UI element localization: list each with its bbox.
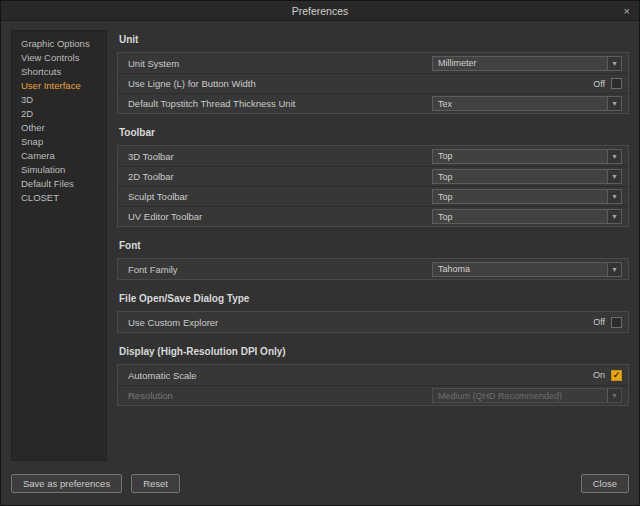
checkbox-state-label: Off: [593, 317, 605, 327]
footer-left-buttons: Save as preferences Reset: [11, 474, 180, 493]
setting-label: Use Ligne (L) for Button Width: [128, 78, 593, 89]
setting-label: Resolution: [128, 390, 432, 401]
titlebar: Preferences ×: [1, 1, 639, 21]
dropdown-default-topstitch-thread-thickness-unit[interactable]: Tex▾: [432, 96, 622, 111]
chevron-down-icon: ▾: [607, 170, 621, 183]
section-group-unit: Unit SystemMillimeter▾Use Ligne (L) for …: [117, 52, 629, 114]
setting-row-unit-system: Unit SystemMillimeter▾: [118, 53, 628, 73]
setting-label: Sculpt Toolbar: [128, 191, 432, 202]
section-group-display-high-resolution-dpi-only: Automatic ScaleOn✓ResolutionMedium (QHD …: [117, 364, 629, 406]
dropdown-3d-toolbar[interactable]: Top▾: [432, 149, 622, 164]
sidebar-item-2d[interactable]: 2D: [12, 107, 106, 121]
setting-row-automatic-scale: Automatic ScaleOn✓: [118, 365, 628, 385]
setting-label: 2D Toolbar: [128, 171, 432, 182]
setting-row-resolution: ResolutionMedium (QHD Recommended)▾: [118, 385, 628, 405]
setting-row-3d-toolbar: 3D ToolbarTop▾: [118, 146, 628, 166]
dropdown-uv-editor-toolbar[interactable]: Top▾: [432, 209, 622, 224]
section-title-unit: Unit: [119, 34, 629, 45]
dropdown-unit-system[interactable]: Millimeter▾: [432, 56, 622, 71]
sidebar-item-graphic-options[interactable]: Graphic Options: [12, 37, 106, 51]
chevron-down-icon: ▾: [607, 263, 621, 276]
dropdown-value: Top: [433, 192, 607, 202]
setting-row-use-custom-explorer: Use Custom ExplorerOff: [118, 312, 628, 332]
dropdown-value: Top: [433, 172, 607, 182]
chevron-down-icon: ▾: [607, 210, 621, 223]
section-title-font: Font: [119, 240, 629, 251]
chevron-down-icon: ▾: [607, 389, 621, 402]
setting-row-default-topstitch-thread-thickness-unit: Default Topstitch Thread Thickness UnitT…: [118, 93, 628, 113]
sidebar-item-camera[interactable]: Camera: [12, 149, 106, 163]
setting-row-uv-editor-toolbar: UV Editor ToolbarTop▾: [118, 206, 628, 226]
window-title: Preferences: [292, 5, 349, 17]
chevron-down-icon: ▾: [607, 150, 621, 163]
sidebar-item-view-controls[interactable]: View Controls: [12, 51, 106, 65]
dropdown-value: Tex: [433, 99, 607, 109]
setting-row-font-family: Font FamilyTahoma▾: [118, 259, 628, 279]
sidebar-item-snap[interactable]: Snap: [12, 135, 106, 149]
dropdown-value: Medium (QHD Recommended): [433, 391, 607, 401]
dropdown-resolution: Medium (QHD Recommended)▾: [432, 388, 622, 403]
dropdown-value: Tahoma: [433, 264, 607, 274]
section-title-toolbar: Toolbar: [119, 127, 629, 138]
sidebar-item-simulation[interactable]: Simulation: [12, 163, 106, 177]
sidebar-item-shortcuts[interactable]: Shortcuts: [12, 65, 106, 79]
setting-label: Font Family: [128, 264, 432, 275]
reset-button[interactable]: Reset: [131, 474, 180, 493]
dialog-body: Graphic OptionsView ControlsShortcutsUse…: [1, 21, 639, 461]
section-title-display-high-resolution-dpi-only: Display (High-Resolution DPI Only): [119, 346, 629, 357]
setting-label: Automatic Scale: [128, 370, 593, 381]
settings-panel: UnitUnit SystemMillimeter▾Use Ligne (L) …: [117, 30, 629, 461]
sidebar-item-user-interface[interactable]: User Interface: [12, 79, 106, 93]
dropdown-font-family[interactable]: Tahoma▾: [432, 262, 622, 277]
footer-bar: Save as preferences Reset Close: [1, 461, 639, 505]
setting-label: Default Topstitch Thread Thickness Unit: [128, 98, 432, 109]
save-as-preferences-button[interactable]: Save as preferences: [11, 474, 122, 493]
setting-label: 3D Toolbar: [128, 151, 432, 162]
checkbox-use-ligne-l-for-button-width[interactable]: [611, 78, 622, 89]
dropdown-value: Millimeter: [433, 58, 607, 68]
sidebar-item-3d[interactable]: 3D: [12, 93, 106, 107]
chevron-down-icon: ▾: [607, 57, 621, 70]
checkbox-state-label: Off: [593, 79, 605, 89]
dropdown-sculpt-toolbar[interactable]: Top▾: [432, 189, 622, 204]
category-sidebar: Graphic OptionsView ControlsShortcutsUse…: [11, 30, 107, 461]
setting-label: UV Editor Toolbar: [128, 211, 432, 222]
checkbox-state-label: On: [593, 370, 605, 380]
sidebar-item-other[interactable]: Other: [12, 121, 106, 135]
chevron-down-icon: ▾: [607, 97, 621, 110]
checkbox-automatic-scale[interactable]: ✓: [611, 370, 622, 381]
section-group-file-open-save-dialog-type: Use Custom ExplorerOff: [117, 311, 629, 333]
section-group-font: Font FamilyTahoma▾: [117, 258, 629, 280]
preferences-window: Preferences × Graphic OptionsView Contro…: [0, 0, 640, 506]
setting-row-use-ligne-l-for-button-width: Use Ligne (L) for Button WidthOff: [118, 73, 628, 93]
window-close-icon[interactable]: ×: [624, 5, 630, 16]
chevron-down-icon: ▾: [607, 190, 621, 203]
section-title-file-open-save-dialog-type: File Open/Save Dialog Type: [119, 293, 629, 304]
sidebar-item-closet[interactable]: CLOSET: [12, 191, 106, 205]
setting-label: Unit System: [128, 58, 432, 69]
sidebar-item-default-files[interactable]: Default Files: [12, 177, 106, 191]
close-button[interactable]: Close: [581, 474, 629, 493]
setting-row-sculpt-toolbar: Sculpt ToolbarTop▾: [118, 186, 628, 206]
dropdown-value: Top: [433, 151, 607, 161]
dropdown-value: Top: [433, 212, 607, 222]
section-group-toolbar: 3D ToolbarTop▾2D ToolbarTop▾Sculpt Toolb…: [117, 145, 629, 227]
setting-label: Use Custom Explorer: [128, 317, 593, 328]
setting-row-2d-toolbar: 2D ToolbarTop▾: [118, 166, 628, 186]
dropdown-2d-toolbar[interactable]: Top▾: [432, 169, 622, 184]
checkbox-use-custom-explorer[interactable]: [611, 317, 622, 328]
